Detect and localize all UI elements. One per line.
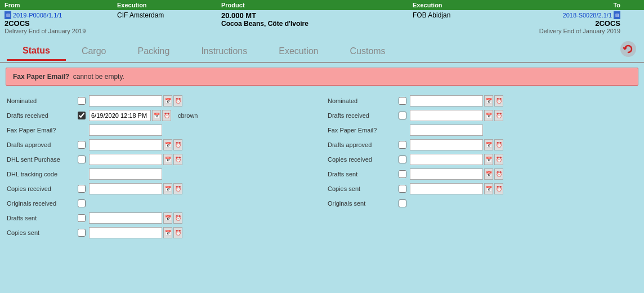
refresh-icon-container (619, 40, 637, 62)
r-calendar-icon4[interactable]: 📅 (484, 154, 493, 165)
drafts-approved-right-checkbox[interactable] (399, 141, 406, 149)
r-clock-icon6[interactable]: ⏰ (494, 183, 503, 194)
r-calendar-icon2[interactable]: 📅 (484, 110, 493, 121)
originals-received-left-checkbox[interactable] (78, 199, 86, 207)
r-clock-icon1[interactable]: ⏰ (494, 95, 503, 106)
r-calendar-icon1[interactable]: 📅 (484, 95, 493, 106)
drafts-approved-right-input-group: 📅 ⏰ (410, 139, 503, 150)
clock-icon[interactable]: ⏰ (173, 95, 182, 106)
drafts-approved-left-checkbox[interactable] (78, 141, 86, 149)
header-content: ▤ 2019-P0008/1.1/1 2COCS Delivery End of… (0, 10, 644, 37)
drafts-sent-left-row: Drafts sent 📅 ⏰ (7, 212, 316, 224)
calendar-icon4[interactable]: 📅 (163, 154, 172, 165)
nominated-right-row: Nominated 📅 ⏰ (328, 95, 637, 107)
drafts-approved-right-input[interactable] (410, 139, 483, 150)
copies-received-left-label: Copies received (7, 185, 74, 192)
drafts-received-left-input[interactable] (89, 110, 151, 121)
fax-paper-email-right-label: Fax Paper Email? (328, 127, 395, 134)
tab-customs[interactable]: Customs (334, 43, 401, 60)
nominated-left-label: Nominated (7, 97, 74, 104)
drafts-received-right-checkbox[interactable] (399, 112, 406, 119)
fax-paper-email-right-input[interactable] (410, 125, 483, 136)
drafts-sent-right-checkbox[interactable] (399, 170, 406, 178)
drafts-sent-right-row: Drafts sent 📅 ⏰ (328, 168, 637, 180)
drafts-received-right-label: Drafts received (328, 112, 395, 119)
fax-paper-email-left-input[interactable] (89, 125, 162, 136)
clock-icon5[interactable]: ⏰ (173, 183, 182, 194)
clock-icon2[interactable]: ⏰ (162, 110, 171, 121)
drafts-received-right-row: Drafts received 📅 ⏰ (328, 109, 637, 122)
refresh-icon[interactable] (619, 40, 637, 58)
drafts-sent-left-label: Drafts sent (7, 215, 74, 221)
dhl-tracking-code-left-row: DHL tracking code (7, 168, 316, 180)
r-clock-icon3[interactable]: ⏰ (494, 139, 503, 150)
from-ref[interactable]: 2019-P0008/1.1/1 (13, 12, 62, 19)
copies-sent-right-checkbox[interactable] (399, 185, 406, 193)
tab-instructions[interactable]: Instructions (185, 43, 263, 60)
calendar-icon[interactable]: 📅 (163, 95, 172, 106)
copies-received-right-input[interactable] (410, 154, 483, 165)
copies-sent-left-input[interactable] (89, 227, 162, 238)
copies-received-right-label: Copies received (328, 156, 395, 163)
drafts-sent-left-input-group: 📅 ⏰ (89, 212, 182, 224)
product-name: Cocoa Beans, Côte d'Ivoire (221, 20, 404, 28)
drafts-received-left-checkbox[interactable] (78, 112, 86, 119)
originals-sent-right-checkbox[interactable] (399, 199, 406, 207)
drafts-sent-left-checkbox[interactable] (78, 214, 86, 222)
r-calendar-icon6[interactable]: 📅 (484, 183, 493, 194)
execution-right-label: Execution (408, 0, 512, 10)
r-calendar-icon5[interactable]: 📅 (484, 168, 493, 180)
from-label: From (0, 0, 113, 10)
calendar-icon7[interactable]: 📅 (163, 227, 172, 238)
to-ref[interactable]: 2018-S0028/2.1/1 (563, 12, 612, 19)
nominated-right-input[interactable] (410, 95, 483, 106)
error-banner: Fax Paper Email? cannot be empty. (6, 68, 638, 86)
originals-sent-right-label: Originals sent (328, 200, 395, 207)
tab-execution[interactable]: Execution (263, 43, 334, 60)
drafts-sent-left-input[interactable] (89, 212, 162, 224)
from-doc-icon: ▤ (5, 11, 11, 19)
nominated-right-checkbox[interactable] (399, 97, 406, 105)
drafts-approved-left-label: Drafts approved (7, 141, 74, 148)
calendar-icon6[interactable]: 📅 (163, 212, 172, 224)
execution-left-label: Execution (113, 0, 217, 10)
dhl-sent-purchase-left-checkbox[interactable] (78, 156, 86, 163)
product-label: Product (217, 0, 408, 10)
drafts-approved-right-label: Drafts approved (328, 141, 395, 148)
nominated-left-input[interactable] (89, 95, 162, 106)
copies-received-left-checkbox[interactable] (78, 185, 86, 193)
originals-received-left-label: Originals received (7, 200, 74, 207)
tab-cargo[interactable]: Cargo (66, 43, 122, 60)
product-content: 20.000 MT Cocoa Beans, Côte d'Ivoire (217, 10, 408, 30)
calendar-icon5[interactable]: 📅 (163, 183, 172, 194)
clock-icon4[interactable]: ⏰ (173, 154, 182, 165)
clock-icon6[interactable]: ⏰ (173, 212, 182, 224)
copies-sent-left-label: Copies sent (7, 229, 74, 236)
calendar-icon3[interactable]: 📅 (163, 139, 172, 150)
copies-sent-left-checkbox[interactable] (78, 229, 86, 237)
tab-packing[interactable]: Packing (122, 43, 185, 60)
to-label: To (512, 0, 625, 10)
drafts-received-right-input[interactable] (410, 110, 483, 121)
r-calendar-icon3[interactable]: 📅 (484, 139, 493, 150)
copies-received-right-checkbox[interactable] (399, 156, 406, 163)
copies-sent-right-input[interactable] (410, 183, 483, 194)
nominated-left-checkbox[interactable] (78, 97, 86, 105)
nominated-left-input-group: 📅 ⏰ (89, 95, 182, 106)
from-content: ▤ 2019-P0008/1.1/1 2COCS Delivery End of… (0, 10, 113, 37)
tab-status[interactable]: Status (7, 42, 66, 61)
originals-sent-right-row: Originals sent (328, 197, 637, 210)
calendar-icon2[interactable]: 📅 (152, 110, 161, 121)
drafts-approved-right-row: Drafts approved 📅 ⏰ (328, 139, 637, 151)
r-clock-icon2[interactable]: ⏰ (494, 110, 503, 121)
r-clock-icon5[interactable]: ⏰ (494, 168, 503, 180)
dhl-tracking-code-left-input[interactable] (89, 168, 162, 180)
clock-icon7[interactable]: ⏰ (173, 227, 182, 238)
drafts-sent-right-input[interactable] (410, 168, 483, 180)
r-clock-icon4[interactable]: ⏰ (494, 154, 503, 165)
product-amount: 20.000 MT (221, 11, 404, 20)
clock-icon3[interactable]: ⏰ (173, 139, 182, 150)
copies-received-left-input[interactable] (89, 183, 162, 194)
drafts-approved-left-input[interactable] (89, 139, 162, 150)
dhl-sent-purchase-left-input[interactable] (89, 154, 162, 165)
